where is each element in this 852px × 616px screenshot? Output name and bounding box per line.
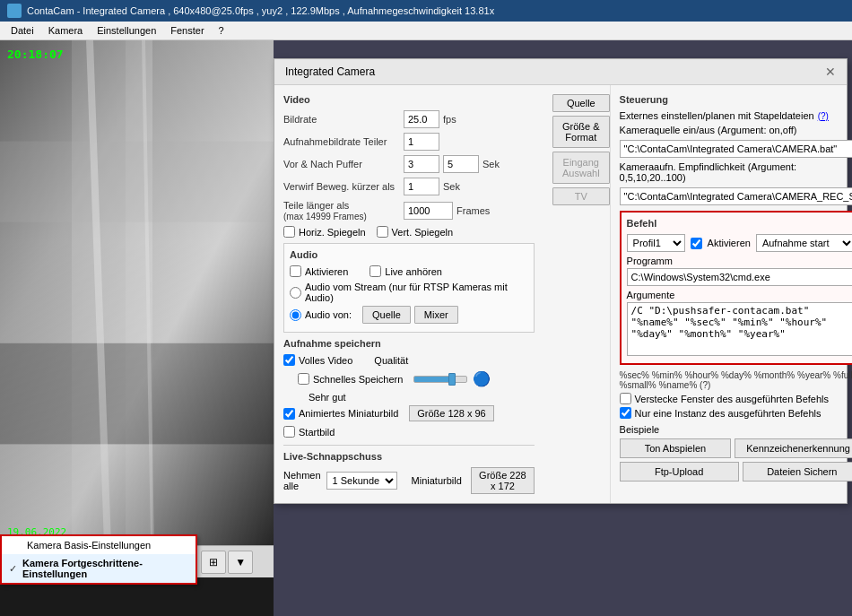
ton-btn[interactable]: Ton Abspielen (620, 438, 732, 458)
bottom-context-menu: Kamera Basis-Einstellungen ✓ Kamera Fort… (0, 534, 197, 585)
aufnahme-input[interactable] (404, 133, 439, 151)
befehl-action-select[interactable]: Aufnahme start (756, 234, 852, 252)
fps-unit: fps (443, 114, 456, 125)
menu-help[interactable]: ? (212, 23, 231, 38)
datei-btn[interactable]: Dateien Sichern (743, 462, 852, 482)
anim-checkbox[interactable] (283, 408, 295, 420)
teilen-input[interactable] (404, 202, 453, 220)
audio-stream-radio[interactable] (290, 287, 301, 299)
dialog-title-text: Integrated Camera (285, 65, 375, 78)
video-btn-panel: Quelle Größe &Format EingangAuswahl TV (543, 85, 610, 503)
slider-thumb[interactable] (448, 373, 456, 386)
audio-aktivieren-checkbox[interactable] (290, 265, 301, 277)
anim-row: Animiertes Miniaturbild Größe 128 x 96 (283, 405, 535, 421)
svg-rect-4 (0, 343, 274, 445)
verwirf-row: Verwirf Beweg. kürzer als Sek (283, 178, 535, 195)
beispiele-row2: Ftp-Upload Dateien Sichern (620, 462, 852, 482)
camera-image (0, 40, 274, 545)
check-icon: ✓ (9, 563, 17, 575)
audio-von-radio[interactable] (290, 309, 301, 321)
vert-checkbox[interactable] (377, 226, 388, 238)
audio-von-label: Audio von: (305, 309, 352, 320)
puffer-row: Vor & Nach Puffer Sek (283, 155, 535, 173)
args-hint: %sec% %min% %hour% %day% %month% %year% … (620, 370, 852, 390)
horiz-checkbox[interactable] (283, 226, 295, 238)
thumbnail-groesse-btn[interactable]: Größe 128 x 96 (409, 405, 493, 421)
qualitaet-value: Sehr gut (309, 392, 535, 403)
verstehe-checkbox[interactable] (620, 393, 631, 404)
bildrate-input[interactable] (404, 110, 439, 128)
volles-video-checkbox[interactable] (283, 354, 295, 366)
beispiele-label: Beispiele (620, 424, 852, 435)
puffer-val1[interactable] (404, 155, 439, 173)
live-anhoeren-checkbox[interactable] (369, 265, 381, 277)
tv-btn[interactable]: TV (552, 187, 610, 205)
integrated-camera-dialog: Integrated Camera ✕ Video Bildrate (274, 58, 848, 504)
volles-video-row: Volles Video Qualität (283, 354, 535, 366)
dialog-left-section: Video Bildrate fps Aufnahmebildrate Teil… (274, 85, 610, 503)
dialog-close-btn[interactable]: ✕ (825, 65, 836, 79)
programm-input[interactable] (627, 268, 852, 286)
audio-stream-label: Audio vom Stream (nur für RTSP Kameras m… (305, 282, 528, 303)
menu-basis-einstellungen[interactable]: Kamera Basis-Einstellungen (2, 536, 196, 554)
schnelles-label: Schnelles Speichern (313, 374, 403, 385)
verwirf-input[interactable] (404, 178, 439, 195)
toolbar-grid-dropdown[interactable]: ▼ (228, 551, 253, 574)
menu-fenster[interactable]: Fenster (163, 23, 211, 38)
kamera-quelle-row: Kameraquelle ein/aus (Argument: on,off) (620, 125, 852, 158)
audio-quelle-btn[interactable]: Quelle (362, 306, 411, 324)
eingang-auswahl-btn[interactable]: EingangAuswahl (552, 152, 610, 184)
nur-eine-row: Nur eine Instanz des ausgeführten Befehl… (620, 407, 852, 419)
live-row: Nehmen alle 1 Sekunde Miniaturbild Größe… (283, 467, 535, 494)
start-row: Startbild (283, 426, 535, 438)
nur-eine-label: Nur eine Instanz des ausgeführten Befehl… (635, 408, 822, 419)
kamera-quelle-label: Kameraquelle ein/aus (Argument: on,off) (620, 125, 852, 135)
argumente-textarea[interactable]: /C "D:\pushsafer-contacam.bat" "%name%" … (627, 302, 852, 356)
kamera-quelle-input[interactable] (620, 140, 852, 158)
horiz-label: Horiz. Spiegeln (299, 227, 366, 238)
kamera-aufn-label: Kameraaufn. Empfindlichkeit (Argument: 0… (620, 161, 852, 183)
menu-fortgeschrittene-einstellungen[interactable]: ✓ Kamera Fortgeschrittene-Einstellungen (2, 554, 196, 583)
groesse-format-btn[interactable]: Größe &Format (552, 116, 610, 148)
app-icon (7, 4, 22, 18)
kennzeichen-btn[interactable]: Kennzeichenerkennung (735, 438, 852, 458)
audio-mixer-btn[interactable]: Mixer (414, 306, 458, 324)
ftp-btn[interactable]: Ftp-Upload (620, 462, 739, 482)
externes-row: Externes einstellen/planen mit Stapeldat… (620, 110, 852, 121)
start-label: Startbild (299, 427, 335, 438)
bildrate-row: Bildrate fps (283, 110, 535, 128)
externes-help[interactable]: (?) (818, 111, 829, 121)
aufnahme-row: Aufnahmebildrate Teiler (283, 133, 535, 151)
nehmen-select[interactable]: 1 Sekunde (326, 472, 397, 490)
qualitaet-label: Qualität (374, 355, 408, 366)
mini-groesse-btn[interactable]: Größe 228 x 172 (471, 467, 535, 494)
main-container: 20:18:07 19.06.202 (0, 40, 852, 616)
aufnahme-label: Aufnahme speichern (283, 338, 535, 349)
befehl-profil-select[interactable]: Profil1 (627, 234, 685, 252)
nur-eine-checkbox[interactable] (620, 407, 631, 419)
verstehe-label: Verstecke Fenster des ausgeführten Befeh… (635, 394, 829, 404)
teilen-row: Teile länger als (max 14999 Frames) Fram… (283, 200, 535, 221)
menu-datei[interactable]: Datei (4, 23, 41, 38)
menu-kamera[interactable]: Kamera (41, 23, 91, 38)
teilen-sub-label: (max 14999 Frames) (283, 212, 367, 221)
aufnahme-section: Aufnahme speichern Volles Video Qualität… (283, 338, 535, 438)
menu-einstellungen[interactable]: Einstellungen (90, 23, 163, 38)
quelle-btn[interactable]: Quelle (552, 94, 610, 112)
teilen-label: Teile länger als (max 14999 Frames) (283, 200, 400, 221)
befehl-aktivieren-checkbox[interactable] (691, 238, 702, 249)
toolbar-grid-btn[interactable]: ⊞ (201, 551, 226, 574)
verstehe-row: Verstecke Fenster des ausgeführten Befeh… (620, 393, 852, 404)
volles-video-label: Volles Video (299, 355, 352, 366)
schnelles-checkbox[interactable] (298, 373, 309, 385)
puffer-val2[interactable] (443, 155, 479, 173)
dialog-content: Video Bildrate fps Aufnahmebildrate Teil… (274, 85, 847, 503)
verwirf-label: Verwirf Beweg. kürzer als (283, 181, 400, 192)
menu-bar: Datei Kamera Einstellungen Fenster ? (0, 22, 852, 40)
audio-section: Audio Aktivieren Live anhören Audio vom … (283, 243, 535, 333)
kamera-aufn-input[interactable] (620, 187, 852, 205)
video-section: Video Bildrate fps Aufnahmebildrate Teil… (283, 94, 535, 238)
audio-section-label: Audio (290, 249, 528, 260)
quality-slider[interactable] (413, 376, 467, 383)
start-checkbox[interactable] (283, 426, 295, 438)
